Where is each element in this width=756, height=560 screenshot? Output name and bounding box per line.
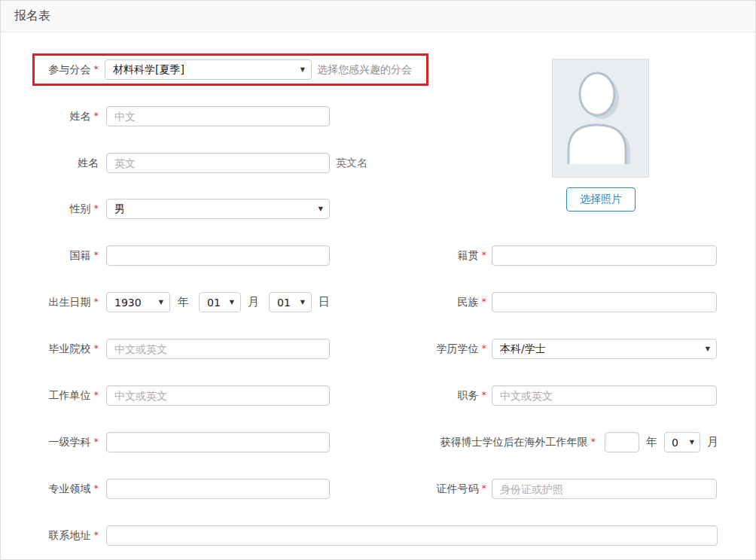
field-label: 专业领域 * bbox=[1, 482, 99, 496]
person-silhouette-icon bbox=[563, 71, 639, 166]
name-en-label: 姓名 bbox=[1, 157, 99, 170]
degree-select[interactable]: 本科/学士 ▼ bbox=[492, 339, 717, 359]
degree-label: 学历学位 * bbox=[317, 342, 486, 356]
choose-photo-button[interactable]: 选择照片 bbox=[566, 187, 636, 212]
dropdown-caret-icon: ▼ bbox=[690, 439, 694, 446]
branch-label: 参与分会 * bbox=[1, 63, 99, 77]
required-asterisk: * bbox=[482, 482, 487, 494]
position-label: 职务 * bbox=[317, 389, 486, 403]
row-id-number: 证件号码 * bbox=[317, 479, 717, 499]
employer-label: 工作单位 * bbox=[1, 389, 99, 403]
name-cn-input[interactable] bbox=[106, 106, 330, 126]
row-graduate-school: 毕业院校 * bbox=[1, 339, 330, 359]
month-unit-label: 月 bbox=[248, 295, 259, 309]
row-employer: 工作单位 * bbox=[1, 385, 330, 406]
dropdown-caret-icon: ▼ bbox=[230, 299, 234, 306]
row-nationality: 国籍 * bbox=[1, 245, 330, 266]
discipline-label: 一级学科 * bbox=[1, 436, 99, 449]
ethnicity-input[interactable] bbox=[492, 292, 717, 312]
birth-day-select[interactable]: 01 ▼ bbox=[269, 292, 312, 312]
nationality-input[interactable] bbox=[106, 245, 330, 266]
required-asterisk: * bbox=[482, 342, 487, 354]
panel-header: 报名表 bbox=[1, 1, 755, 32]
native-place-input[interactable] bbox=[492, 245, 717, 266]
name-en-input[interactable] bbox=[106, 153, 330, 173]
position-input[interactable] bbox=[492, 385, 717, 406]
required-asterisk: * bbox=[94, 63, 99, 75]
required-asterisk: * bbox=[482, 389, 487, 400]
discipline-input[interactable] bbox=[106, 432, 330, 452]
branch-hint: 选择您感兴趣的分会 bbox=[317, 63, 412, 77]
employer-input[interactable] bbox=[106, 385, 330, 406]
page-title: 报名表 bbox=[14, 8, 50, 24]
row-discipline: 一级学科 * bbox=[1, 432, 330, 452]
birth-month-select[interactable]: 01 ▼ bbox=[199, 292, 241, 312]
row-name-en: 姓名 英文名 bbox=[1, 153, 367, 173]
row-name-cn: 姓名 * bbox=[1, 106, 330, 126]
required-asterisk: * bbox=[94, 389, 99, 400]
required-asterisk: * bbox=[94, 110, 99, 121]
row-birth-date: 出生日期 * 1930 ▼ 年 01 ▼ 月 01 ▼ 日 bbox=[1, 292, 330, 312]
overseas-years-label: 获得博士学位后在海外工作年限 * bbox=[317, 436, 596, 449]
required-asterisk: * bbox=[591, 436, 596, 447]
required-asterisk: * bbox=[94, 296, 99, 307]
birth-year-select[interactable]: 1930 ▼ bbox=[106, 292, 170, 312]
dropdown-caret-icon: ▼ bbox=[300, 66, 305, 73]
dropdown-caret-icon: ▼ bbox=[706, 345, 710, 352]
native-place-label: 籍贯 * bbox=[317, 249, 486, 263]
gender-select[interactable]: 男 ▼ bbox=[106, 199, 330, 219]
row-position: 职务 * bbox=[317, 385, 717, 406]
nationality-label: 国籍 * bbox=[1, 249, 99, 263]
birth-date-label: 出生日期 * bbox=[1, 296, 99, 309]
id-number-label: 证件号码 * bbox=[317, 482, 486, 496]
name-en-hint: 英文名 bbox=[336, 157, 367, 170]
row-address: 联系地址 * bbox=[1, 525, 718, 546]
month-unit-label: 月 bbox=[707, 435, 718, 449]
ethnicity-label: 民族 * bbox=[317, 296, 486, 309]
year-unit-label: 年 bbox=[646, 435, 657, 449]
dropdown-caret-icon: ▼ bbox=[159, 299, 163, 306]
overseas-months-select[interactable]: 0 ▼ bbox=[664, 432, 700, 452]
required-asterisk: * bbox=[482, 249, 487, 260]
dropdown-caret-icon: ▼ bbox=[300, 299, 305, 306]
required-asterisk: * bbox=[94, 342, 99, 354]
required-asterisk: * bbox=[94, 482, 99, 494]
required-asterisk: * bbox=[94, 529, 99, 540]
row-native-place: 籍贯 * bbox=[317, 245, 717, 266]
id-number-input[interactable] bbox=[492, 479, 717, 499]
row-gender: 性别 * 男 ▼ bbox=[1, 199, 330, 219]
graduate-school-label: 毕业院校 * bbox=[1, 342, 99, 356]
required-asterisk: * bbox=[94, 249, 99, 260]
required-asterisk: * bbox=[94, 436, 99, 447]
row-overseas-years: 获得博士学位后在海外工作年限 * 年 0 ▼ 月 bbox=[317, 432, 718, 452]
dropdown-caret-icon: ▼ bbox=[319, 205, 323, 212]
overseas-years-input[interactable] bbox=[605, 432, 639, 452]
address-label: 联系地址 * bbox=[1, 529, 99, 543]
graduate-school-input[interactable] bbox=[106, 339, 330, 359]
photo-placeholder bbox=[552, 59, 649, 178]
registration-form-panel: 报名表 参与分会 * 材料科学[夏季] ▼ 选择您感兴趣的分会 姓名 * 姓名 … bbox=[0, 0, 756, 560]
address-input[interactable] bbox=[106, 525, 718, 546]
name-cn-label: 姓名 * bbox=[1, 110, 99, 123]
required-asterisk: * bbox=[482, 296, 487, 307]
row-ethnicity: 民族 * bbox=[317, 292, 717, 312]
required-asterisk: * bbox=[94, 202, 99, 214]
row-branch: 参与分会 * 材料科学[夏季] ▼ 选择您感兴趣的分会 bbox=[1, 59, 412, 80]
row-degree: 学历学位 * 本科/学士 ▼ bbox=[317, 339, 717, 359]
year-unit-label: 年 bbox=[178, 295, 189, 309]
row-field: 专业领域 * bbox=[1, 479, 330, 499]
field-input[interactable] bbox=[106, 479, 330, 499]
branch-select[interactable]: 材料科学[夏季] ▼ bbox=[105, 59, 312, 80]
gender-label: 性别 * bbox=[1, 202, 99, 216]
